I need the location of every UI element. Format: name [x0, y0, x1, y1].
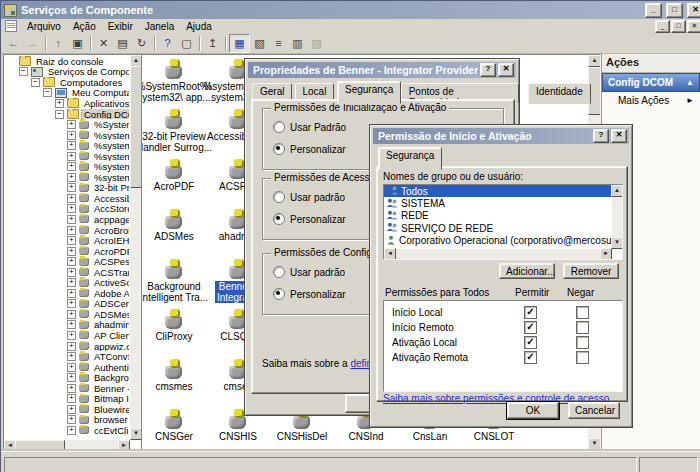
tree-expander-icon[interactable]: −: [19, 67, 28, 76]
tree-expander-icon[interactable]: +: [67, 173, 76, 182]
radio-icon[interactable]: [273, 266, 285, 278]
allow-checkbox-ativacao-local[interactable]: ✓: [524, 336, 537, 349]
tree-expander-icon[interactable]: +: [67, 247, 76, 256]
help-icon[interactable]: ?: [158, 35, 177, 52]
remove-button[interactable]: Remover: [563, 263, 619, 279]
tree-expander-icon[interactable]: +: [67, 141, 76, 150]
ok-button[interactable]: OK: [507, 402, 559, 419]
refresh-icon[interactable]: ↻: [132, 35, 151, 52]
menu-arquivo[interactable]: Arquivo: [21, 20, 67, 33]
scroll-down-icon[interactable]: ▼: [588, 438, 601, 450]
tree-item-meu-computador[interactable]: −Meu Computador: [5, 88, 129, 99]
tree-expander-icon[interactable]: +: [67, 131, 76, 140]
scroll-up-icon[interactable]: ▲: [611, 185, 623, 197]
user-item-rede[interactable]: REDE: [384, 210, 612, 222]
view-list-icon[interactable]: ≡: [269, 35, 288, 52]
tree-expander-icon[interactable]: +: [67, 215, 76, 224]
title-bar[interactable]: Serviços de Componente _ □ ✕: [1, 1, 700, 19]
tree-expander-icon[interactable]: +: [67, 226, 76, 235]
tree-expander-icon[interactable]: +: [67, 363, 76, 372]
tree-item-computadores[interactable]: −Computadores: [5, 77, 129, 88]
dcom-item-acropdf[interactable]: AcroPDF: [142, 159, 206, 192]
tree-horizontal-scrollbar[interactable]: ◄ ►: [4, 440, 130, 450]
maximize-button[interactable]: □: [666, 3, 683, 18]
help-icon[interactable]: ?: [593, 129, 609, 143]
user-list-hscroll[interactable]: ◄ ►: [384, 249, 612, 259]
scroll-left-icon[interactable]: ◄: [384, 248, 396, 260]
allow-checkbox-inicio-local[interactable]: ✓: [524, 306, 537, 319]
tree-expander-icon[interactable]: +: [67, 236, 76, 245]
scroll-down-icon[interactable]: ▼: [611, 237, 623, 249]
tree-expander-icon[interactable]: +: [67, 310, 76, 319]
radio-option-usar-padrao[interactable]: Usar Padrão: [273, 121, 346, 133]
tree-item-bluewire-ung[interactable]: +Bluewire ung: [5, 404, 129, 415]
tree-expander-icon[interactable]: +: [67, 405, 76, 414]
tree-expander-icon[interactable]: −: [31, 78, 40, 87]
tree-expander-icon[interactable]: +: [67, 373, 76, 382]
allow-checkbox-ativacao-remota[interactable]: ✓: [524, 351, 537, 364]
tab-seguranca[interactable]: Segurança: [378, 147, 442, 170]
tree-expander-icon[interactable]: +: [67, 257, 76, 266]
tree-item-authenticatio[interactable]: +Authenticatio: [5, 362, 129, 373]
delete-icon[interactable]: ✕: [94, 35, 113, 52]
tree-item--systemroot-[interactable]: +%systemroot%\: [5, 161, 129, 172]
dcom-item-cmsmes[interactable]: cmsmes: [142, 359, 206, 392]
tree-expander-icon[interactable]: +: [67, 320, 76, 329]
tree-item-acspes[interactable]: +ACSPes: [5, 256, 129, 267]
tree-item-ahadmin[interactable]: +ahadmin: [5, 320, 129, 331]
radio-icon[interactable]: [273, 213, 285, 225]
tree-expander-icon[interactable]: +: [67, 278, 76, 287]
deny-checkbox-ativacao-local[interactable]: [576, 336, 589, 349]
forward-icon[interactable]: →: [23, 35, 42, 52]
export-list-icon[interactable]: ↥: [203, 35, 222, 52]
help-icon[interactable]: ?: [480, 63, 496, 77]
tree-expander-icon[interactable]: +: [67, 426, 76, 435]
tree-item-adobe-acrobat[interactable]: +Adobe Acrobat: [5, 288, 129, 299]
menu-janela[interactable]: Janela: [139, 20, 180, 33]
tree-item-atconvs[interactable]: +ATConvS: [5, 351, 129, 362]
radio-option-usar-padrao[interactable]: Usar padrão: [273, 191, 345, 203]
user-item-corporativo-operacional-corporativo-mercosulsc-com-[interactable]: Corporativo Operacional (corporativo@mer…: [384, 235, 612, 247]
radio-option-personalizar[interactable]: Personalizar: [273, 288, 346, 300]
tree-item--systemroot-[interactable]: +%systemroot%\: [5, 130, 129, 141]
tree-expander-icon[interactable]: +: [67, 194, 76, 203]
radio-option-personalizar[interactable]: Personalizar: [273, 143, 346, 155]
scroll-right-icon[interactable]: ►: [600, 248, 612, 260]
tree-item-ccevtcli[interactable]: +ccEvtCli: [5, 425, 129, 436]
tree-item--systemroot-[interactable]: +%systemroot%\: [5, 140, 129, 151]
dcom-item-32-bit-preview[interactable]: 32-bit Preview Handler Surrog...: [142, 109, 206, 153]
tree-expander-icon[interactable]: +: [67, 415, 76, 424]
dcom-item-cliproxy[interactable]: CliProxy: [142, 309, 206, 342]
up-one-level-icon[interactable]: ↑: [49, 35, 68, 52]
tree-item--systemroot-[interactable]: +%SystemRoot%\: [5, 119, 129, 130]
view-large-icons-icon[interactable]: ▦: [229, 34, 250, 53]
user-item-todos[interactable]: Todos: [384, 185, 612, 197]
tree-item-ap-client-hx[interactable]: +AP Client Hx: [5, 330, 129, 341]
tree-item-activesockets[interactable]: +ActiveSockets: [5, 277, 129, 288]
tree-expander-icon[interactable]: +: [67, 183, 76, 192]
tree-item-bitmap-imag[interactable]: +Bitmap Imag: [5, 394, 129, 405]
tree-item-acropdf[interactable]: +AcroPDF: [5, 246, 129, 257]
collapse-icon[interactable]: ▲: [686, 78, 694, 87]
minimize-button[interactable]: _: [645, 3, 662, 18]
user-item-servico-de-rede[interactable]: SERVIÇO DE REDE: [384, 222, 612, 234]
tree-expander-icon[interactable]: +: [67, 342, 76, 351]
add-button[interactable]: Adicionar...: [499, 263, 555, 279]
dcom-item-cnsger[interactable]: CNSGer: [142, 409, 206, 442]
radio-icon[interactable]: [273, 143, 285, 155]
tree-expander-icon[interactable]: −: [55, 110, 64, 119]
user-item-sistema[interactable]: SISTEMA: [384, 197, 612, 209]
radio-option-personalizar[interactable]: Personalizar: [273, 213, 346, 225]
show-console-tree-icon[interactable]: ▣: [68, 35, 87, 52]
tree-expander-icon[interactable]: +: [67, 204, 76, 213]
actions-group-config-dcom[interactable]: Config DCOM ▲: [602, 73, 700, 92]
radio-icon[interactable]: [273, 121, 285, 133]
tree-item-benner-int[interactable]: +Benner - Int: [5, 383, 129, 394]
scroll-up-icon[interactable]: ▲: [588, 55, 601, 67]
tree-expander-icon[interactable]: +: [55, 99, 64, 108]
tab-seguranca[interactable]: Segurança: [337, 81, 401, 104]
tree-item-raiz-do-console[interactable]: Raiz do console: [5, 56, 129, 67]
tree-item-acroiehelper[interactable]: +AcroIEHelper: [5, 235, 129, 246]
close-button[interactable]: ✕: [687, 3, 700, 18]
tree-expander-icon[interactable]: +: [67, 394, 76, 403]
